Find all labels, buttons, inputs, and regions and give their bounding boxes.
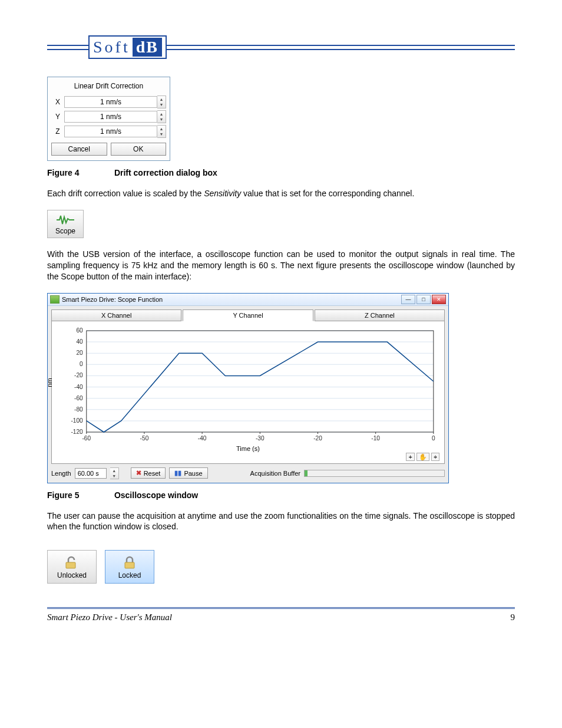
svg-text:-50: -50 [140, 435, 149, 442]
spinner-icon[interactable]: ▲▼ [157, 110, 166, 123]
unlocked-label: Unlocked [48, 571, 96, 579]
y-axis-label: nm [46, 378, 53, 387]
svg-text:60: 60 [76, 327, 83, 334]
pan-tool-icon[interactable]: ✋ [416, 453, 429, 461]
svg-rect-35 [66, 562, 75, 568]
window-title: Smart Piezo Drive: Scope Function [62, 296, 163, 303]
logo-soft: Soft [93, 38, 130, 57]
scope-button-label: Scope [55, 227, 75, 235]
svg-text:0: 0 [432, 435, 435, 442]
paragraph-2: With the USB version of the interface, a… [47, 249, 515, 282]
tab-z-channel[interactable]: Z Channel [315, 309, 445, 321]
drift-y-input[interactable]: 1 nm/s [64, 111, 157, 123]
drift-row-z: Z 1 nm/s ▲▼ [51, 125, 166, 138]
drift-x-input[interactable]: 1 nm/s [64, 96, 157, 108]
axis-label: Z [51, 127, 64, 136]
svg-text:-60: -60 [82, 435, 91, 442]
length-label: Length [51, 470, 71, 477]
length-input[interactable]: 60.00 s [75, 468, 107, 479]
paragraph-1: Each drift correction value is scaled by… [47, 188, 515, 199]
buffer-label: Acquisition Buffer [250, 470, 300, 477]
footer-text: Smart Piezo Drive - User's Manual [47, 612, 172, 622]
acquisition-buffer-bar [304, 470, 445, 477]
page-footer: Smart Piezo Drive - User's Manual 9 [47, 607, 515, 622]
svg-text:-120: -120 [71, 429, 83, 435]
svg-text:-40: -40 [198, 435, 207, 442]
cursor-tool-icon[interactable]: ⌖ [431, 453, 439, 461]
svg-text:20: 20 [76, 350, 83, 356]
zoom-tool-icon[interactable]: + [406, 453, 414, 461]
svg-text:-100: -100 [71, 417, 83, 424]
minimize-button[interactable]: — [401, 295, 415, 304]
titlebar: Smart Piezo Drive: Scope Function — □ ✕ [48, 294, 448, 306]
svg-text:-40: -40 [74, 383, 83, 390]
plot-area: nm 6040200-20-40-60-80-100-120-60-50-40-… [51, 321, 445, 464]
figure-title: Drift correction dialog box [114, 168, 217, 177]
waveform-icon [57, 214, 74, 226]
axis-label: Y [51, 113, 64, 121]
unlock-icon [64, 555, 80, 569]
svg-text:40: 40 [76, 338, 83, 345]
drift-row-y: Y 1 nm/s ▲▼ [51, 110, 166, 123]
app-icon [50, 295, 59, 304]
figure-5-caption: Figure 5 Oscilloscope window [47, 490, 515, 500]
spinner-icon[interactable]: ▲▼ [157, 95, 166, 108]
svg-text:-30: -30 [256, 435, 265, 442]
svg-text:-20: -20 [313, 435, 322, 442]
spinner-icon[interactable]: ▲▼ [110, 467, 119, 479]
maximize-button[interactable]: □ [416, 295, 431, 304]
svg-text:-20: -20 [74, 372, 83, 378]
close-button[interactable]: ✕ [432, 295, 446, 304]
figure-number: Figure 4 [47, 168, 112, 177]
scope-button[interactable]: Scope [47, 210, 84, 238]
scope-chart: 6040200-20-40-60-80-100-120-60-50-40-30-… [57, 326, 439, 444]
figure-number: Figure 5 [47, 490, 112, 500]
dialog-title: Linear Drift Correction [51, 81, 166, 94]
cancel-button[interactable]: Cancel [51, 143, 107, 156]
reset-button[interactable]: ✖ Reset [131, 467, 166, 479]
unlocked-button[interactable]: Unlocked [47, 550, 97, 584]
paragraph-3: The user can pause the acquisition at an… [47, 510, 515, 533]
pause-button[interactable]: ▮▮ Pause [169, 467, 207, 479]
tab-y-channel[interactable]: Y Channel [183, 309, 313, 321]
locked-button[interactable]: Locked [105, 550, 154, 584]
lock-icon [121, 555, 138, 569]
page-number: 9 [511, 612, 515, 622]
svg-rect-36 [125, 562, 134, 568]
pause-icon: ▮▮ [174, 469, 181, 477]
figure-4-caption: Figure 4 Drift correction dialog box [47, 168, 515, 177]
logo: Soft dB [88, 35, 167, 59]
svg-text:-60: -60 [74, 394, 83, 401]
axis-label: X [51, 98, 64, 106]
tab-x-channel[interactable]: X Channel [51, 309, 181, 321]
page-header: Soft dB [47, 35, 515, 59]
drift-z-input[interactable]: 1 nm/s [64, 126, 157, 137]
figure-title: Oscilloscope window [114, 490, 198, 500]
spinner-icon[interactable]: ▲▼ [157, 125, 166, 138]
svg-text:0: 0 [80, 361, 83, 367]
x-icon: ✖ [136, 469, 141, 477]
scope-window: Smart Piezo Drive: Scope Function — □ ✕ … [47, 293, 449, 483]
drift-dialog: Linear Drift Correction X 1 nm/s ▲▼ Y 1 … [47, 77, 170, 161]
x-axis-label: Time (s) [57, 444, 439, 453]
logo-db: dB [133, 38, 162, 57]
svg-text:-10: -10 [371, 435, 380, 442]
svg-rect-34 [87, 331, 434, 432]
ok-button[interactable]: OK [111, 143, 167, 156]
locked-label: Locked [105, 571, 154, 579]
svg-text:-80: -80 [74, 406, 83, 412]
drift-row-x: X 1 nm/s ▲▼ [51, 95, 166, 108]
